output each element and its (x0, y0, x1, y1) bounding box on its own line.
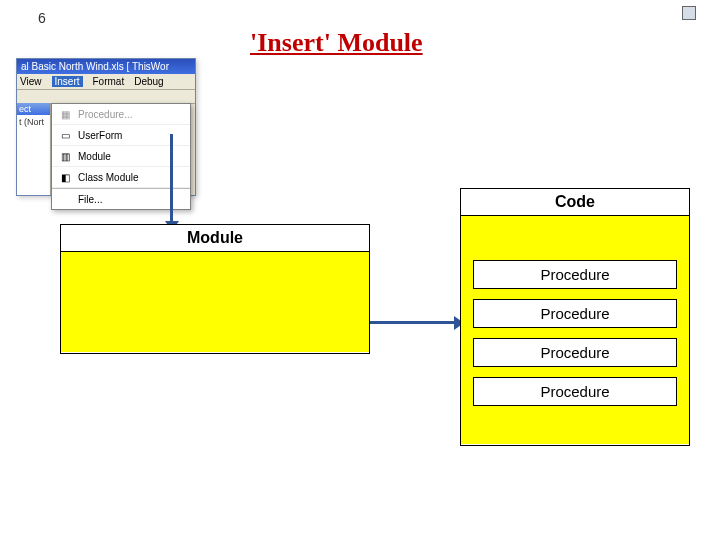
file-icon (58, 192, 72, 206)
connector-module-to-code-h (370, 321, 457, 324)
vba-toolbar (17, 90, 195, 104)
procedure-box: Procedure (473, 299, 677, 328)
procedure-icon: ▦ (58, 107, 72, 121)
code-body: Procedure Procedure Procedure Procedure (461, 216, 689, 444)
module-body (61, 252, 369, 352)
menu-view[interactable]: View (20, 76, 42, 87)
dropdown-label: File... (78, 194, 102, 205)
class-module-icon: ◧ (58, 170, 72, 184)
code-header: Code (461, 189, 689, 216)
page-title: 'Insert' Module (250, 28, 423, 58)
menu-insert[interactable]: Insert (52, 76, 83, 87)
project-item: t (Nort (17, 115, 50, 129)
module-icon: ▥ (58, 149, 72, 163)
procedure-box: Procedure (473, 260, 677, 289)
dropdown-label: UserForm (78, 130, 122, 141)
procedure-box: Procedure (473, 377, 677, 406)
slide-number: 6 (38, 10, 46, 26)
vba-editor-screenshot: al Basic North Wind.xls [ ThisWor View I… (16, 58, 196, 196)
project-header: ect (17, 103, 50, 115)
corner-box (682, 6, 696, 20)
dropdown-item-procedure[interactable]: ▦ Procedure... (52, 104, 190, 125)
vba-menubar: View Insert Format Debug (17, 74, 195, 90)
code-box: Code Procedure Procedure Procedure Proce… (460, 188, 690, 446)
connector-dropdown-to-module (170, 134, 173, 224)
dropdown-label: Module (78, 151, 111, 162)
menu-debug[interactable]: Debug (134, 76, 163, 87)
module-header: Module (61, 225, 369, 252)
vba-project-panel: ect t (Nort (17, 103, 51, 195)
dropdown-label: Procedure... (78, 109, 132, 120)
module-box: Module (60, 224, 370, 354)
vba-window-title: al Basic North Wind.xls [ ThisWor (17, 59, 195, 74)
procedure-box: Procedure (473, 338, 677, 367)
dropdown-label: Class Module (78, 172, 139, 183)
menu-format[interactable]: Format (93, 76, 125, 87)
userform-icon: ▭ (58, 128, 72, 142)
